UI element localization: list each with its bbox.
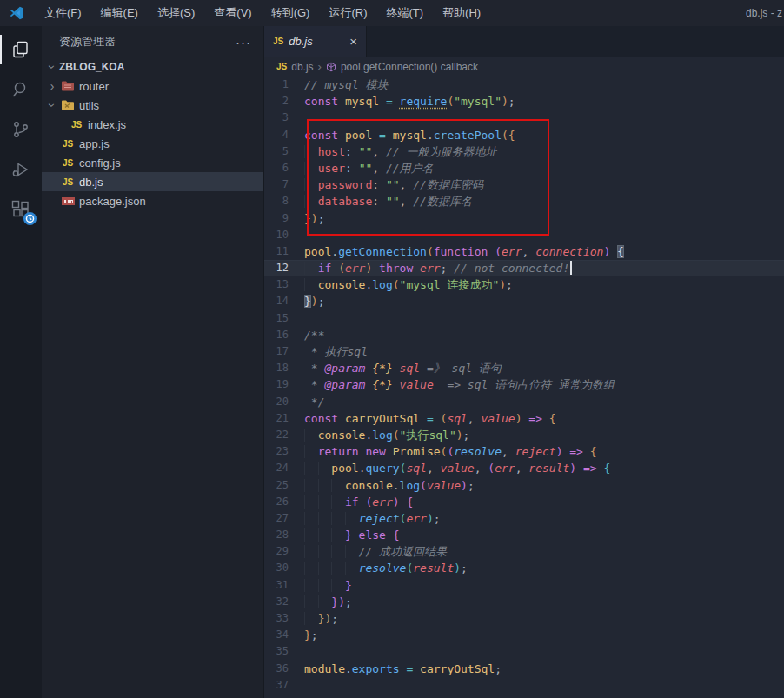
file-item-router[interactable]: ›router bbox=[42, 76, 263, 96]
code-line-16[interactable]: 16/** bbox=[264, 327, 784, 343]
code-line-29[interactable]: 29 // 成功返回结果 bbox=[264, 543, 784, 560]
menu-运行[interactable]: 运行(R) bbox=[319, 0, 376, 26]
menu-选择[interactable]: 选择(S) bbox=[148, 0, 204, 26]
source-control-icon[interactable] bbox=[0, 110, 42, 150]
menu-编辑[interactable]: 编辑(E) bbox=[91, 0, 148, 26]
code-line-37[interactable]: 37 bbox=[264, 677, 784, 694]
indent-guide bbox=[318, 462, 332, 475]
code-line-5[interactable]: 5 host: "", // 一般为服务器地址 bbox=[264, 143, 784, 160]
code-line-10[interactable]: 10 bbox=[264, 227, 784, 243]
token: //用户名 bbox=[386, 162, 434, 175]
code-line-3[interactable]: 3 bbox=[264, 110, 784, 126]
file-item-utils[interactable]: ›utils bbox=[42, 96, 263, 115]
code-line-1[interactable]: 1// mysql 模块 bbox=[264, 76, 784, 93]
token: err bbox=[406, 512, 426, 525]
file-item-db.js[interactable]: JSdb.js bbox=[42, 172, 263, 191]
code-line-6[interactable]: 6 user: "", //用户名 bbox=[264, 160, 784, 176]
indent-guide bbox=[304, 445, 318, 458]
code-line-20[interactable]: 20 */ bbox=[264, 394, 784, 410]
code-line-30[interactable]: 30 resolve(result); bbox=[264, 560, 784, 576]
token: throw bbox=[372, 262, 420, 275]
token: sql bbox=[400, 362, 420, 375]
menu-终端[interactable]: 终端(T) bbox=[376, 0, 433, 26]
code-line-25[interactable]: 25 console.log(value); bbox=[264, 477, 784, 494]
code-line-22[interactable]: 22 console.log("执行sql"); bbox=[264, 427, 784, 443]
token: query bbox=[365, 462, 399, 475]
extensions-icon[interactable] bbox=[0, 189, 42, 229]
code-line-19[interactable]: 19 * @param {*} value => sql 语句占位符 通常为数组 bbox=[264, 376, 784, 393]
code-line-28[interactable]: 28 } else { bbox=[264, 527, 784, 543]
token: {*} bbox=[372, 378, 399, 391]
code-line-9[interactable]: 9}); bbox=[264, 210, 784, 227]
token: = bbox=[379, 95, 399, 108]
line-number: 32 bbox=[264, 594, 304, 610]
token: ) bbox=[311, 212, 318, 225]
token: err bbox=[372, 495, 392, 509]
close-icon[interactable]: × bbox=[349, 34, 357, 49]
line-number: 24 bbox=[264, 460, 304, 476]
file-item-app.js[interactable]: JSapp.js bbox=[42, 134, 263, 153]
menu-转到[interactable]: 转到(G) bbox=[262, 0, 320, 26]
menu-查看[interactable]: 查看(V) bbox=[204, 0, 261, 26]
indent-guide bbox=[331, 479, 345, 492]
code-line-23[interactable]: 23 return new Promise((resolve, reject) … bbox=[264, 443, 784, 460]
breadcrumb-file[interactable]: db.js bbox=[291, 61, 313, 73]
token: * 执行sql bbox=[304, 345, 368, 358]
file-item-index.js[interactable]: JSindex.js bbox=[42, 115, 263, 134]
code-line-15[interactable]: 15 bbox=[264, 310, 784, 327]
code-line-33[interactable]: 33 }); bbox=[264, 610, 784, 627]
token: pool bbox=[331, 462, 358, 475]
line-number: 22 bbox=[264, 427, 304, 443]
indent-guide bbox=[304, 262, 318, 275]
code-line-13[interactable]: 13 console.log("mysql 连接成功"); bbox=[264, 276, 784, 293]
breadcrumb-symbol[interactable]: pool.getConnection() callback bbox=[341, 61, 478, 73]
chevron-down-icon[interactable]: › bbox=[45, 98, 59, 112]
code-area[interactable]: 1// mysql 模块2const mysql = require("mysq… bbox=[264, 76, 784, 698]
token: module bbox=[304, 662, 345, 675]
explorer-icon[interactable] bbox=[0, 30, 42, 70]
code-line-4[interactable]: 4const pool = mysql.createPool({ bbox=[264, 127, 784, 143]
token: ; bbox=[311, 628, 318, 641]
code-line-12[interactable]: 12 if (err) throw err; // not connected! bbox=[264, 260, 784, 276]
code-line-35[interactable]: 35 bbox=[264, 643, 784, 660]
run-debug-icon[interactable] bbox=[0, 150, 42, 189]
code-line-7[interactable]: 7 password: "", //数据库密码 bbox=[264, 176, 784, 193]
code-line-26[interactable]: 26 if (err) { bbox=[264, 494, 784, 510]
tab-label: db.js bbox=[289, 35, 312, 48]
code-line-18[interactable]: 18 * @param {*} sql =》 sql 语句 bbox=[264, 360, 784, 376]
workspace-root[interactable]: › ZBLOG_KOA bbox=[42, 57, 263, 76]
code-line-34[interactable]: 34}; bbox=[264, 627, 784, 643]
code-line-36[interactable]: 36module.exports = carryOutSql; bbox=[264, 661, 784, 677]
code-line-8[interactable]: 8 database: "", //数据库名 bbox=[264, 193, 784, 209]
token: } bbox=[304, 295, 311, 308]
search-icon[interactable] bbox=[0, 70, 42, 110]
code-line-14[interactable]: 14}); bbox=[264, 293, 784, 309]
token: ( bbox=[495, 245, 502, 258]
file-item-package.json[interactable]: package.json bbox=[42, 191, 263, 210]
token: { bbox=[406, 495, 413, 509]
token: pool bbox=[304, 245, 331, 258]
token: ; bbox=[506, 278, 513, 291]
code-line-17[interactable]: 17 * 执行sql bbox=[264, 343, 784, 360]
code-line-27[interactable]: 27 reject(err); bbox=[264, 510, 784, 527]
tab-dbjs[interactable]: JS db.js × bbox=[264, 26, 367, 57]
chevron-right-icon[interactable]: › bbox=[45, 79, 59, 93]
extensions-badge-clock-icon bbox=[23, 212, 37, 225]
code-line-21[interactable]: 21const carryOutSql = (sql, value) => { bbox=[264, 410, 784, 427]
line-number: 21 bbox=[264, 410, 304, 427]
line-number: 20 bbox=[264, 394, 304, 410]
token: value bbox=[441, 462, 475, 475]
token: ; bbox=[345, 595, 352, 608]
menu-帮助[interactable]: 帮助(H) bbox=[433, 0, 490, 26]
token: console bbox=[345, 479, 393, 492]
symbol-namespace-icon bbox=[326, 62, 336, 72]
token: ( bbox=[502, 129, 508, 142]
code-line-32[interactable]: 32 }); bbox=[264, 594, 784, 610]
code-line-2[interactable]: 2const mysql = require("mysql"); bbox=[264, 93, 784, 110]
code-line-24[interactable]: 24 pool.query(sql, value, (err, result) … bbox=[264, 460, 784, 476]
code-line-31[interactable]: 31 } bbox=[264, 577, 784, 594]
file-item-config.js[interactable]: JSconfig.js bbox=[42, 153, 263, 172]
menu-文件[interactable]: 文件(F) bbox=[35, 0, 91, 26]
more-actions-button[interactable]: ··· bbox=[236, 35, 251, 50]
code-line-11[interactable]: 11pool.getConnection(function (err, conn… bbox=[264, 243, 784, 260]
